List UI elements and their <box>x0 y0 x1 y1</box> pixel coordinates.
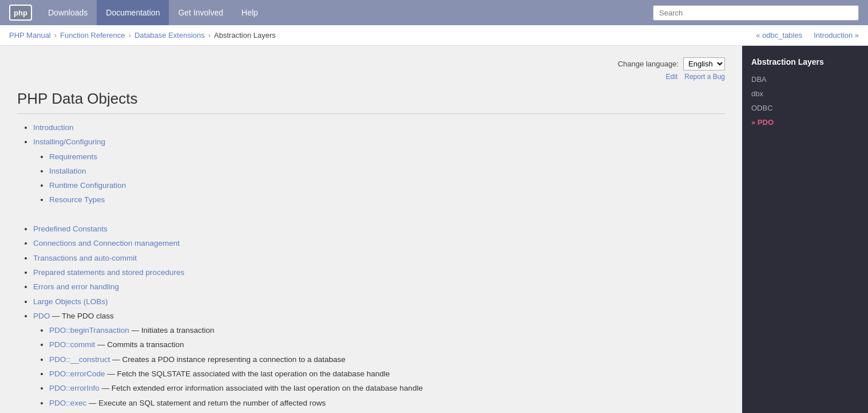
link-pdo-errorinfo[interactable]: PDO::errorInfo <box>49 384 100 392</box>
list-item: Introduction <box>33 121 725 135</box>
link-prepared[interactable]: Prepared statements and stored procedure… <box>33 268 184 277</box>
edit-bug-row: Edit Report a Bug <box>17 73 725 81</box>
link-errors[interactable]: Errors and error handling <box>33 282 119 291</box>
list-item: Installation <box>49 164 725 178</box>
layout: Change language: English Edit Report a B… <box>0 46 868 413</box>
list-item: Large Objects (LOBs) <box>33 295 725 309</box>
list-item: Predefined Constants <box>33 222 725 236</box>
nav-documentation[interactable]: Documentation <box>97 0 169 25</box>
pdo-errorcode-suffix: — Fetch the SQLSTATE associated with the… <box>107 369 390 378</box>
toc-sublist: Requirements Installation Runtime Config… <box>33 150 725 207</box>
breadcrumb: PHP Manual › Function Reference › Databa… <box>9 31 276 40</box>
link-pdo-errorcode[interactable]: PDO::errorCode <box>49 369 105 378</box>
link-pdo[interactable]: PDO <box>33 312 50 320</box>
list-item: Resource Types <box>49 193 725 207</box>
search-wrap <box>653 5 859 21</box>
bc-sep-2: › <box>129 31 131 40</box>
report-bug-link[interactable]: Report a Bug <box>684 73 725 81</box>
bc-sep-3: › <box>208 31 211 40</box>
list-item: PDO::exec — Execute an SQL statement and… <box>49 396 725 410</box>
link-pdo-construct[interactable]: PDO::__construct <box>49 355 110 364</box>
list-item: Prepared statements and stored procedure… <box>33 266 725 280</box>
breadcrumb-bar: PHP Manual › Function Reference › Databa… <box>0 25 868 46</box>
main-content: Change language: English Edit Report a B… <box>0 46 742 413</box>
nav-next[interactable]: Introduction » <box>814 31 859 40</box>
search-input[interactable] <box>653 5 859 21</box>
nav-help[interactable]: Help <box>232 0 267 25</box>
pdo-construct-suffix: — Creates a PDO instance representing a … <box>112 355 346 364</box>
link-connections[interactable]: Connections and Connection management <box>33 239 180 247</box>
edit-link[interactable]: Edit <box>666 73 678 81</box>
list-item: Requirements <box>49 150 725 164</box>
toc-list-bottom: Predefined Constants Connections and Con… <box>17 222 725 410</box>
sidebar-item-dba[interactable]: DBA <box>742 72 868 86</box>
breadcrumb-php-manual[interactable]: PHP Manual <box>9 31 51 40</box>
sidebar-item-dbx[interactable]: dbx <box>742 86 868 101</box>
language-select[interactable]: English <box>683 57 725 70</box>
breadcrumb-current: Abstraction Layers <box>214 31 276 40</box>
link-lobs[interactable]: Large Objects (LOBs) <box>33 297 108 306</box>
sidebar-item-pdo[interactable]: PDO <box>742 115 868 129</box>
list-item: PDO::commit — Commits a transaction <box>49 338 725 352</box>
pdo-exec-suffix: — Execute an SQL statement and return th… <box>89 399 326 407</box>
list-item: Errors and error handling <box>33 280 725 294</box>
link-installing[interactable]: Installing/Configuring <box>33 137 105 146</box>
list-item: PDO::errorCode — Fetch the SQLSTATE asso… <box>49 367 725 381</box>
sidebar: Abstraction Layers DBA dbx ODBC PDO <box>742 46 868 413</box>
link-pdo-exec[interactable]: PDO::exec <box>49 399 86 407</box>
toc-list-top: Introduction Installing/Configuring Requ… <box>17 121 725 207</box>
link-predefined[interactable]: Predefined Constants <box>33 225 108 233</box>
breadcrumb-function-reference[interactable]: Function Reference <box>60 31 125 40</box>
list-item: PDO::beginTransaction — Initiates a tran… <box>49 324 725 337</box>
nav-get-involved[interactable]: Get Involved <box>169 0 232 25</box>
list-item: Runtime Configuration <box>49 179 725 192</box>
php-logo: php <box>9 5 32 21</box>
pdo-begin-suffix: — Initiates a transaction <box>132 326 215 335</box>
link-requirements[interactable]: Requirements <box>49 152 97 161</box>
link-runtime-config[interactable]: Runtime Configuration <box>49 181 126 190</box>
list-item: PDO::errorInfo — Fetch extended error in… <box>49 381 725 395</box>
link-installation[interactable]: Installation <box>49 167 86 175</box>
breadcrumb-nav: « odbc_tables Introduction » <box>756 31 859 40</box>
breadcrumb-database-extensions[interactable]: Database Extensions <box>134 31 205 40</box>
nav-downloads[interactable]: Downloads <box>39 0 97 25</box>
pdo-commit-suffix: — Commits a transaction <box>97 340 184 349</box>
link-resource-types[interactable]: Resource Types <box>49 195 105 204</box>
link-introduction[interactable]: Introduction <box>33 123 74 132</box>
page-title: PHP Data Objects <box>17 90 725 114</box>
nav-prev[interactable]: « odbc_tables <box>756 31 802 40</box>
bc-sep-1: › <box>54 31 57 40</box>
pdo-errorinfo-suffix: — Fetch extended error information assoc… <box>102 384 423 392</box>
content-area: Introduction Installing/Configuring Requ… <box>17 121 725 410</box>
language-bar: Change language: English <box>17 57 725 70</box>
list-item: Installing/Configuring Requirements Inst… <box>33 135 725 207</box>
lang-label: Change language: <box>618 60 679 68</box>
top-navigation: php Downloads Documentation Get Involved… <box>0 0 868 25</box>
list-item: Connections and Connection management <box>33 237 725 250</box>
nav-links: Downloads Documentation Get Involved Hel… <box>39 0 267 25</box>
link-pdo-commit[interactable]: PDO::commit <box>49 340 95 349</box>
pdo-sublist: PDO::beginTransaction — Initiates a tran… <box>33 324 725 410</box>
sidebar-title: Abstraction Layers <box>742 52 868 72</box>
link-pdo-begintransaction[interactable]: PDO::beginTransaction <box>49 326 129 335</box>
sidebar-item-odbc[interactable]: ODBC <box>742 101 868 115</box>
list-item: PDO — The PDO class PDO::beginTransactio… <box>33 309 725 410</box>
list-item: PDO::__construct — Creates a PDO instanc… <box>49 353 725 367</box>
list-item: Transactions and auto-commit <box>33 251 725 265</box>
link-transactions[interactable]: Transactions and auto-commit <box>33 254 137 262</box>
pdo-suffix: — The PDO class <box>52 312 114 320</box>
